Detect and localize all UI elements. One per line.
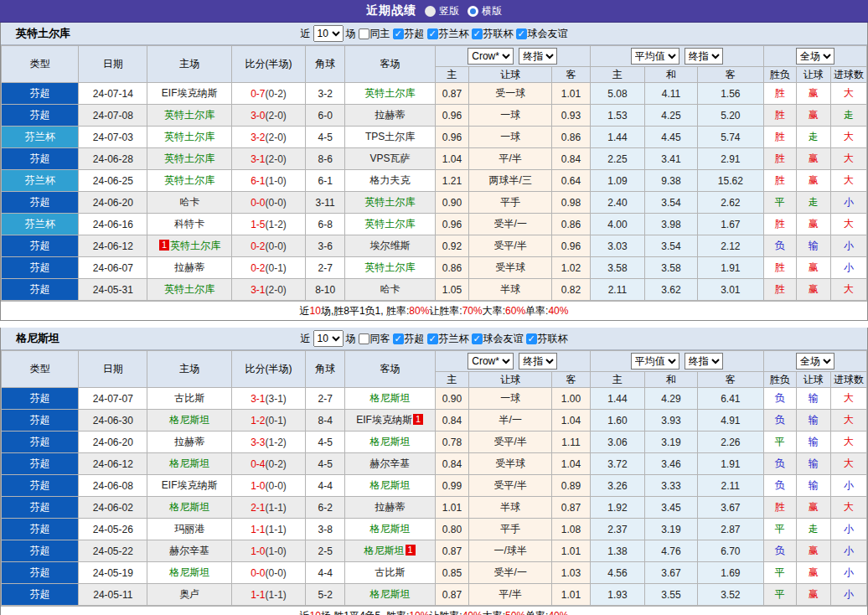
corner-score: 3-6 [306, 235, 345, 257]
odds-handicap: 平/半 [468, 584, 552, 606]
result-goals: 大 [830, 148, 866, 170]
away-team-name: EIF埃克纳斯 [356, 414, 412, 426]
full-match-select[interactable]: 全场 [796, 48, 834, 65]
section-divider [0, 321, 868, 328]
league-badge: 芬兰杯 [2, 170, 79, 192]
odds-home: 0.96 [435, 105, 468, 127]
checkbox-unchecked-icon[interactable] [359, 333, 369, 344]
result-outcome: 负 [763, 453, 796, 475]
result-handicap: 赢 [796, 170, 830, 192]
avg-odds-draw: 4.45 [645, 127, 698, 148]
summary-stat-value: 60% [505, 305, 525, 317]
sub-col-away-odds: 客 [552, 67, 590, 83]
avg-odds-draw: 9.38 [645, 170, 698, 192]
horizontal-layout-label: 横版 [482, 4, 502, 18]
match-score: 3-1(2-0) [231, 279, 305, 301]
recent-count-select[interactable]: 10 [313, 25, 344, 42]
horizontal-layout-radio[interactable]: 横版 [468, 4, 502, 18]
col-type: 类型 [2, 351, 79, 388]
result-outcome: 胜 [763, 214, 796, 235]
recent-count-select[interactable]: 10 [313, 330, 344, 347]
bookmaker-select[interactable]: Crow* [468, 353, 514, 370]
checkbox-checked-icon[interactable] [472, 333, 483, 344]
result-goals: 小 [830, 540, 866, 562]
home-team: EIF埃克纳斯 [147, 83, 232, 105]
corner-score: 6-8 [306, 214, 345, 235]
avg-odds-draw: 3.41 [645, 148, 698, 170]
avg-odds-home: 4.00 [590, 214, 645, 235]
league-filter-2[interactable]: 芬兰杯 [427, 332, 469, 346]
odds-handicap: 半球 [468, 497, 552, 519]
league-filter-2[interactable]: 芬兰杯 [427, 27, 469, 41]
avg-odds-draw: 3.93 [645, 410, 698, 432]
checkbox-checked-icon[interactable] [393, 333, 404, 344]
away-team: 格尼斯坦1 [345, 540, 436, 562]
league-filter-1[interactable]: 芬超 [393, 332, 425, 346]
summary-stat-value: 50% [505, 610, 525, 615]
result-outcome: 胜 [763, 257, 796, 279]
final-odds-select-2[interactable]: 终指 [685, 48, 723, 65]
result-outcome: 胜 [763, 279, 796, 301]
final-odds-select[interactable]: 终指 [519, 353, 557, 370]
league-filter-3[interactable]: 芬联杯 [472, 27, 514, 41]
result-handicap: 赢 [796, 214, 830, 235]
vertical-layout-radio[interactable]: 竖版 [425, 4, 459, 18]
home-team: 英特土尔库 [147, 279, 232, 301]
average-group: 平均值 终指 [590, 351, 763, 372]
sub-col-outcome: 胜负 [763, 67, 796, 83]
league-filter-1[interactable]: 芬超 [393, 27, 425, 41]
checkbox-checked-icon[interactable] [427, 28, 438, 39]
result-handicap: 赢 [796, 257, 830, 279]
summary-stat-value: 40% [548, 610, 568, 615]
checkbox-checked-icon[interactable] [526, 333, 537, 344]
home-team-name: 英特土尔库 [164, 174, 214, 186]
corner-score: 4-4 [306, 562, 345, 584]
bookmaker-select[interactable]: Crow* [468, 48, 514, 65]
corner-score: 4-5 [306, 127, 345, 148]
final-odds-select-2[interactable]: 终指 [685, 353, 723, 370]
odds-handicap: 受一球 [468, 83, 552, 105]
same-venue-filter[interactable]: 同主 [359, 27, 390, 41]
result-goals: 小 [830, 257, 866, 279]
table-row: 芬超24-06-30格尼斯坦1-2(0-1)8-4EIF埃克纳斯10.84半/一… [2, 410, 867, 432]
home-team-name: 英特土尔库 [164, 152, 214, 164]
avg-odds-draw: 3.54 [645, 192, 698, 214]
result-goals: 小 [830, 519, 866, 540]
checkbox-checked-icon[interactable] [516, 28, 527, 39]
match-score: 1-2(0-1) [231, 410, 305, 432]
final-odds-select[interactable]: 终指 [519, 48, 557, 65]
odds-away: 1.04 [552, 453, 590, 475]
result-outcome: 负 [763, 388, 796, 410]
halftime-score: (1-1) [265, 524, 286, 535]
odds-away: 0.87 [552, 497, 590, 519]
avg-odds-away: 1.91 [697, 453, 763, 475]
col-score: 比分(半场) [231, 351, 305, 388]
halftime-score: (1-2) [265, 219, 286, 230]
result-handicap: 赢 [796, 105, 830, 127]
result-outcome: 负 [763, 540, 796, 562]
league-badge: 芬超 [2, 497, 79, 519]
odds-away: 1.03 [552, 562, 590, 584]
result-goals: 大 [830, 127, 866, 148]
match-score: 0-2(0-1) [231, 257, 305, 279]
summary-text: 大率: [483, 304, 505, 318]
full-match-select[interactable]: 全场 [796, 353, 834, 370]
checkbox-checked-icon[interactable] [472, 28, 483, 39]
checkbox-checked-icon[interactable] [427, 333, 438, 344]
result-handicap: 赢 [796, 562, 830, 584]
away-team: 赫尔辛基 [345, 453, 436, 475]
league-filter-4[interactable]: 芬联杯 [526, 332, 568, 346]
league-filter-3[interactable]: 球会友谊 [472, 332, 524, 346]
corner-score: 4-5 [306, 432, 345, 453]
radio-selected-icon[interactable] [468, 6, 478, 17]
checkbox-unchecked-icon[interactable] [359, 28, 369, 39]
games-label: 场 [346, 332, 356, 346]
col-corner: 角球 [306, 46, 345, 83]
avg-odds-draw: 3.62 [645, 279, 698, 301]
average-select[interactable]: 平均值 [631, 353, 679, 370]
same-venue-filter[interactable]: 同客 [359, 332, 390, 346]
league-filter-4[interactable]: 球会友谊 [516, 27, 568, 41]
radio-unselected-icon[interactable] [425, 6, 436, 17]
checkbox-checked-icon[interactable] [393, 28, 404, 39]
average-select[interactable]: 平均值 [631, 48, 679, 65]
